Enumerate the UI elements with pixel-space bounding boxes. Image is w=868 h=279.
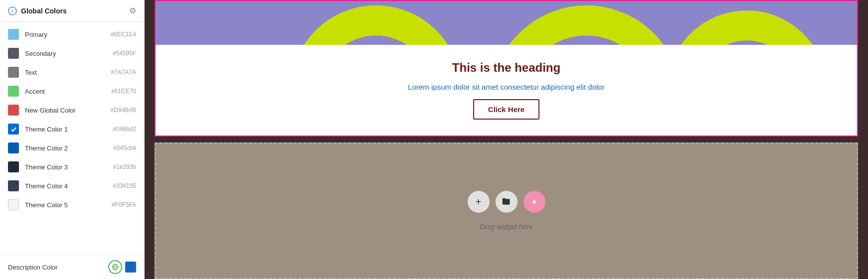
main-canvas: This is the heading Lorem ipsum dolor si… — [145, 0, 868, 279]
color-swatch — [8, 142, 19, 153]
color-item[interactable]: Text#7A7A7A — [0, 63, 144, 82]
collapse-handle[interactable]: ‹ — [143, 132, 145, 147]
description-color-label: Description Color — [8, 264, 108, 271]
color-hex: #7A7A7A — [111, 69, 136, 76]
drop-zone: + ✦ Drag widget here — [155, 142, 858, 279]
color-item[interactable]: Theme Color 3#1e293b — [0, 157, 144, 176]
color-name: Theme Color 5 — [25, 201, 112, 209]
magic-widget-button[interactable]: ✦ — [523, 191, 545, 213]
gear-icon[interactable]: ⚙ — [129, 6, 136, 15]
widget-actions: + ✦ — [468, 191, 545, 213]
content-subtext: Lorem ipsum dolor sit amet consectetur a… — [408, 83, 604, 91]
color-item[interactable]: New Global Color#D94B4B — [0, 101, 144, 120]
color-hex: #54595F — [113, 50, 136, 57]
add-widget-button[interactable]: + — [468, 191, 490, 213]
color-hex: #6EC1E4 — [111, 31, 136, 38]
click-here-button[interactable]: Click Here — [473, 99, 539, 120]
content-heading: This is the heading — [452, 61, 560, 75]
description-color-row: Description Color — [0, 255, 144, 279]
color-swatch — [8, 180, 19, 191]
color-name: Primary — [25, 31, 111, 38]
color-hex: #334155 — [113, 182, 136, 189]
color-hex: #D94B4B — [111, 107, 136, 114]
color-item[interactable]: Theme Color 4#334155 — [0, 176, 144, 195]
color-swatch — [8, 67, 19, 78]
color-name: New Global Color — [25, 107, 111, 114]
blue-color-swatch[interactable] — [125, 262, 136, 273]
color-item[interactable]: Accent#61CE70 — [0, 82, 144, 101]
color-swatch — [8, 48, 19, 59]
panel-header-left: i Global Colors — [8, 6, 67, 15]
color-item[interactable]: Theme Color 5#F0F5FA — [0, 195, 144, 214]
color-name: Theme Color 1 — [25, 126, 113, 133]
global-colors-panel: i Global Colors ⚙ Primary#6EC1E4Secondar… — [0, 0, 145, 279]
color-item[interactable]: Theme Color 2#045cb4 — [0, 139, 144, 157]
color-hex: #1e293b — [113, 163, 136, 170]
color-hex: #61CE70 — [111, 88, 136, 95]
color-name: Theme Color 2 — [25, 144, 113, 152]
color-swatch — [8, 29, 19, 40]
folder-widget-button[interactable] — [496, 191, 518, 213]
color-name: Theme Color 4 — [25, 182, 113, 190]
color-list: Primary#6EC1E4Secondary#54595FText#7A7A7… — [0, 22, 144, 255]
color-swatch — [8, 124, 19, 135]
panel-header: i Global Colors ⚙ — [0, 0, 144, 22]
color-hex: #F0F5FA — [112, 201, 136, 208]
color-swatch — [8, 161, 19, 172]
color-name: Accent — [25, 88, 111, 95]
top-banner — [155, 0, 858, 45]
color-hex: #046bd2 — [113, 126, 136, 133]
info-icon: i — [8, 6, 17, 15]
content-block: This is the heading Lorem ipsum dolor si… — [155, 45, 858, 137]
color-name: Secondary — [25, 50, 113, 57]
color-item[interactable]: Secondary#54595F — [0, 44, 144, 63]
color-swatch — [8, 199, 19, 210]
drag-text: Drag widget here — [480, 223, 533, 231]
color-item[interactable]: Theme Color 1#046bd2 — [0, 120, 144, 139]
color-swatch — [8, 105, 19, 116]
color-item[interactable]: Primary#6EC1E4 — [0, 25, 144, 44]
color-swatch — [8, 86, 19, 97]
color-name: Text — [25, 69, 111, 76]
color-hex: #045cb4 — [113, 144, 136, 151]
color-name: Theme Color 3 — [25, 163, 113, 171]
globe-icon-button[interactable] — [108, 260, 122, 274]
panel-title: Global Colors — [21, 7, 67, 15]
